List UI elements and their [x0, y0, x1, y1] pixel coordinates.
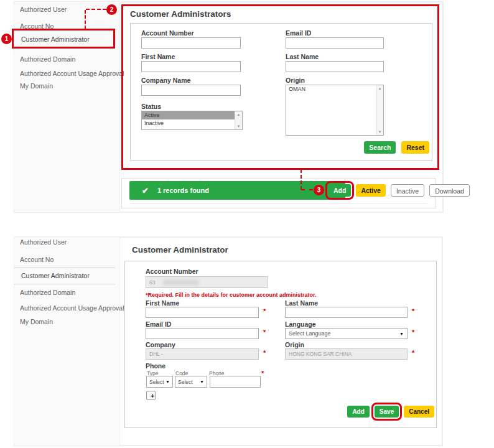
origin-field [285, 348, 408, 360]
reset-button[interactable]: Reset [401, 141, 429, 154]
first-name-label: First Name [146, 299, 179, 307]
last-name-input[interactable] [286, 61, 384, 72]
origin-scrollbar[interactable]: ▲ ▼ [376, 85, 383, 135]
status-listbox[interactable]: Active Inactive ▲ ▼ [141, 111, 243, 130]
language-select[interactable]: Select Language ▼ [285, 328, 408, 339]
company-field [146, 348, 259, 360]
phone-type-select[interactable]: Select ▼ [146, 376, 173, 388]
required-marker: * [412, 307, 414, 315]
origin-label: Origin [286, 77, 305, 84]
sidebar-separator [14, 268, 115, 268]
cancel-button[interactable]: Cancel [404, 406, 434, 418]
records-found-text: 1 records found [157, 187, 209, 194]
search-panel-title: Customer Administrators [130, 9, 231, 19]
language-label: Language [285, 320, 316, 328]
sidebar-item-authorized-account-usage-approval[interactable]: Authorized Account Usage Approval [20, 70, 124, 77]
step-badge-3: 3 [314, 185, 324, 195]
scroll-down-icon[interactable]: ▼ [378, 130, 382, 134]
add-phone-button[interactable]: + [146, 391, 156, 400]
email-id-field[interactable] [146, 328, 259, 339]
phone-code-value: Select [178, 379, 193, 385]
results-separator [130, 203, 427, 204]
status-label: Status [141, 103, 161, 110]
origin-option[interactable]: OMAN [286, 85, 376, 93]
status-option-inactive[interactable]: Inactive [142, 119, 235, 128]
status-option-active[interactable]: Active [142, 111, 235, 119]
inactive-filter-button[interactable]: Inactive [391, 184, 424, 197]
scroll-down-icon[interactable]: ▼ [237, 124, 241, 128]
chevron-down-icon: ▼ [165, 380, 170, 384]
results-actions-row: Add Active Inactive Download [329, 184, 436, 197]
last-name-label: Last Name [286, 53, 319, 60]
records-found-banner: ✔ 1 records found [129, 181, 345, 200]
required-note: *Required. Fill in the details for custo… [146, 292, 317, 298]
required-marker: * [263, 329, 266, 336]
sidebar-bottom [14, 237, 120, 446]
sidebar-item-authorized-domain[interactable]: Authorized Domain [20, 55, 75, 63]
connector-line [301, 189, 313, 190]
required-marker: * [261, 370, 264, 377]
search-button[interactable]: Search [364, 141, 396, 154]
connector-line [85, 10, 86, 29]
sidebar-item-authorized-user[interactable]: Authorized User [20, 6, 67, 13]
last-name-label: Last Name [285, 299, 318, 307]
origin-label: Origin [285, 341, 304, 348]
sidebar-item-customer-administrator[interactable]: Customer Administrator [21, 272, 90, 279]
sidebar-item-my-domain[interactable]: My Domain [20, 82, 53, 90]
company-name-input[interactable] [141, 85, 241, 96]
sidebar-item-authorized-user[interactable]: Authorized User [20, 238, 67, 246]
sidebar-item-my-domain[interactable]: My Domain [20, 318, 53, 325]
check-icon: ✔ [142, 186, 149, 195]
language-select-value: Select Language [289, 330, 331, 337]
first-name-input[interactable] [141, 61, 241, 72]
sidebar-separator [14, 284, 115, 284]
phone-code-select[interactable]: Select ▼ [175, 376, 207, 388]
connector-line [301, 169, 302, 190]
search-actions-row: Search Reset [299, 141, 429, 154]
email-id-label: Email ID [286, 29, 311, 37]
origin-listbox[interactable]: OMAN ▲ ▼ [286, 85, 384, 136]
company-label: Company [146, 341, 175, 348]
chevron-down-icon: ▼ [200, 380, 204, 384]
account-number-label: Account Number [146, 268, 198, 275]
sidebar-separator [14, 48, 115, 49]
required-marker: * [263, 307, 266, 315]
active-filter-button[interactable]: Active [356, 184, 386, 197]
page: Authorized User Account No Customer Admi… [0, 0, 494, 448]
first-name-field[interactable] [146, 307, 259, 318]
chevron-down-icon: ▼ [399, 332, 404, 336]
add-button[interactable]: Add [329, 184, 351, 197]
add-button[interactable]: Add [347, 406, 369, 418]
step-badge-1: 1 [1, 34, 12, 44]
sidebar-item-authorized-domain[interactable]: Authorized Domain [20, 289, 75, 296]
account-number-label: Account Number [141, 29, 194, 37]
sidebar-item-customer-administrator[interactable]: Customer Administrator [21, 35, 90, 43]
redaction-patch [163, 279, 199, 286]
sidebar-item-account-no[interactable]: Account No [20, 256, 54, 263]
required-marker: * [263, 349, 266, 357]
save-button[interactable]: Save [375, 406, 399, 418]
scroll-up-icon[interactable]: ▲ [378, 86, 382, 90]
last-name-field[interactable] [285, 307, 408, 318]
status-scrollbar[interactable]: ▲ ▼ [235, 111, 242, 129]
email-id-label: Email ID [146, 320, 171, 328]
download-button[interactable]: Download [429, 184, 470, 197]
sidebar-item-authorized-account-usage-approval[interactable]: Authorized Account Usage Approval [20, 304, 124, 312]
sidebar-separator [14, 29, 115, 30]
required-marker: * [412, 349, 414, 357]
email-id-input[interactable] [286, 37, 384, 49]
first-name-label: First Name [141, 53, 175, 60]
detail-actions-row: Add Save Cancel [317, 406, 434, 418]
detail-panel-title: Customer Administrator [132, 245, 228, 254]
account-number-input[interactable] [141, 37, 241, 49]
connector-line [86, 9, 106, 10]
required-marker: * [412, 329, 414, 336]
scroll-up-icon[interactable]: ▲ [237, 113, 241, 116]
sidebar-top [14, 2, 120, 212]
company-name-label: Company Name [141, 77, 190, 84]
step-badge-2: 2 [106, 4, 117, 15]
phone-number-field[interactable] [210, 376, 261, 388]
phone-type-value: Select [149, 379, 164, 385]
phone-section-label: Phone [146, 362, 165, 370]
